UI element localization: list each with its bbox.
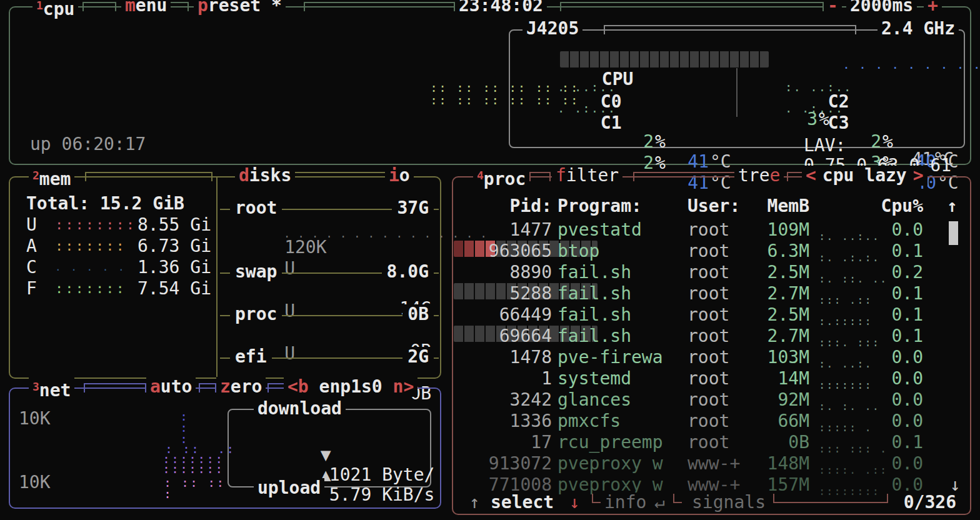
table-row[interactable]: 5288fail.shroot2.7M::: .::0.1 xyxy=(453,284,970,305)
enter-icon: ↵ xyxy=(652,492,668,512)
header-user[interactable]: User: xyxy=(688,196,740,216)
net-interface-switcher[interactable]: <b enp1s0 n> xyxy=(284,377,418,397)
table-row[interactable]: 913072pveproxy wwww-+148M::::. .::0.0 xyxy=(453,454,970,475)
mem-title-label: mem xyxy=(39,169,71,189)
used-label: U xyxy=(284,343,295,364)
net-box: 3net auto zero <b enp1s0 n> 10K 10K : : … xyxy=(9,388,441,509)
cpu-cell: 0.0 xyxy=(867,454,923,474)
cpu-cell: 0.0 xyxy=(867,411,923,431)
pid-cell: 3242 xyxy=(464,390,552,410)
interval-increase-button[interactable]: + xyxy=(924,0,942,16)
pid-cell: 1336 xyxy=(464,411,552,431)
net-box-title[interactable]: 3net xyxy=(29,377,74,401)
cpu-box-title-label: cpu xyxy=(43,0,75,19)
signals-button[interactable]: signals xyxy=(689,492,768,512)
cpu-box-title[interactable]: 1cpu xyxy=(32,0,78,19)
used-label: U xyxy=(284,258,295,279)
net-auto-button[interactable]: auto xyxy=(146,377,196,397)
net-title-label: net xyxy=(39,380,71,401)
tree-button[interactable]: tree xyxy=(734,166,784,186)
mem-disks-divider xyxy=(216,178,218,378)
user-cell: root xyxy=(688,432,729,452)
cpu-cell: 0.1 xyxy=(867,284,923,304)
table-row[interactable]: 69664fail.shroot2.7M:::. :::0.1 xyxy=(453,326,970,348)
border-bracket xyxy=(773,494,888,503)
box-number: 1 xyxy=(36,0,43,12)
user-cell: www-+ xyxy=(688,454,740,474)
select-up-icon[interactable]: ↑ xyxy=(467,492,482,512)
header-cpu[interactable]: Cpu% xyxy=(867,196,923,216)
sort-next-button[interactable]: > xyxy=(913,165,924,186)
cpu-cell: 0.1 xyxy=(867,326,923,346)
border-bracket xyxy=(84,383,146,392)
table-row[interactable]: 3242glancesroot92M:. :. ..0.0 xyxy=(453,390,970,411)
scroll-up-icon[interactable]: ↑ xyxy=(947,196,958,216)
table-row[interactable]: 1336pmxcfsroot66M::::: .0.0 xyxy=(453,411,970,432)
table-row[interactable]: 1systemdroot14M:::::::0.0 xyxy=(453,369,970,390)
mem-cell: 2.7M xyxy=(747,284,809,304)
disk-name: efi xyxy=(230,347,272,367)
mem-row-free: F ::::::: 7.54 Gi xyxy=(26,279,211,299)
table-row[interactable]: 1478pve-firewaroot103M:. ..:.0.0 xyxy=(453,348,970,369)
mem-row-value: 1.36 Gi xyxy=(138,258,211,278)
header-mem[interactable]: MemB xyxy=(747,196,809,216)
proc-box: 4proc filter tree <cpu lazy> Pid: Progra… xyxy=(452,176,971,515)
program-cell: fail.sh xyxy=(558,284,631,304)
border-bracket xyxy=(787,172,803,181)
table-row[interactable]: 1477pvestatdroot109M:. ..:..0.0 xyxy=(453,220,970,241)
mem-row-value: 8.55 Gi xyxy=(138,215,211,235)
proc-box-title[interactable]: 4proc xyxy=(473,166,529,189)
cpu-cell: 0.0 xyxy=(867,348,923,368)
cpu-detail-box: J4205 2.4 GHz CPU 3% . . . . . . . . . 4… xyxy=(509,29,965,148)
border-bracket xyxy=(560,2,824,11)
mem-cell: 0B xyxy=(747,432,809,452)
table-row[interactable]: 963065btoproot6.3M:. .:.:.0.1 xyxy=(453,241,970,262)
sort-selector[interactable]: <cpu lazy> xyxy=(802,166,928,186)
info-button[interactable]: info xyxy=(602,492,649,512)
program-cell: pveproxy w xyxy=(558,454,663,474)
io-toggle[interactable]: io xyxy=(385,166,414,186)
header-pid[interactable]: Pid: xyxy=(464,196,552,216)
mem-box-title[interactable]: 2mem xyxy=(29,166,74,189)
table-row[interactable]: 8890fail.shroot2.5M:. ::. ..0.2 xyxy=(453,262,970,284)
update-interval: 2000ms xyxy=(846,0,917,16)
cpu-cell: 0.0 xyxy=(867,220,923,240)
mem-cell: 2.7M xyxy=(747,326,809,346)
program-cell: pvestatd xyxy=(558,220,642,240)
border-bracket xyxy=(633,172,736,181)
interface-name: enp1s0 xyxy=(309,376,393,397)
filter-button[interactable]: filter xyxy=(552,166,622,186)
mem-box: 2mem disks io Total: 15.2 GiB U ::::::::… xyxy=(9,176,441,379)
auto-label: uto xyxy=(161,376,192,397)
core-graph: . .:... xyxy=(558,98,616,118)
preset-hotkey: p xyxy=(198,0,208,16)
select-down-icon[interactable]: ↓ xyxy=(567,492,582,512)
auto-hotkey: a xyxy=(150,376,161,397)
header-program[interactable]: Program: xyxy=(558,196,642,216)
used-label: U xyxy=(284,301,295,321)
uptime: up 06:20:17 xyxy=(30,134,146,154)
border-bracket xyxy=(673,494,682,503)
select-button[interactable]: select xyxy=(488,492,556,512)
net-graph: ::::::: xyxy=(162,462,224,475)
interval-decrease-button[interactable]: - xyxy=(824,0,842,16)
table-row[interactable]: 66449fail.shroot2.5M:.:::::0.1 xyxy=(453,305,970,326)
prev-interface-button[interactable]: <b xyxy=(288,376,309,397)
table-row[interactable]: 17rcu_preemproot0B::: ::: .0.1 xyxy=(453,432,970,454)
next-interface-button[interactable]: n> xyxy=(393,376,414,397)
net-zero-button[interactable]: zero xyxy=(216,377,266,397)
preset-button[interactable]: preset * xyxy=(194,0,286,16)
proc-footer: ↑ select ↓ info ↵ signals 0/326 xyxy=(453,492,970,514)
download-label: download xyxy=(254,399,346,419)
sort-prev-button[interactable]: < xyxy=(806,165,816,186)
core-column-divider xyxy=(736,68,738,117)
border-bracket xyxy=(529,172,551,181)
program-cell: glances xyxy=(558,390,631,410)
pid-cell: 1478 xyxy=(464,348,552,368)
tree-label: tre xyxy=(738,165,770,186)
disk-size: 37G xyxy=(392,198,434,218)
menu-button[interactable]: menu xyxy=(121,0,171,16)
mem-cell: 148M xyxy=(747,454,809,474)
mem-total-row: Total: 15.2 GiB xyxy=(26,194,211,214)
disks-toggle[interactable]: disks xyxy=(235,166,295,186)
